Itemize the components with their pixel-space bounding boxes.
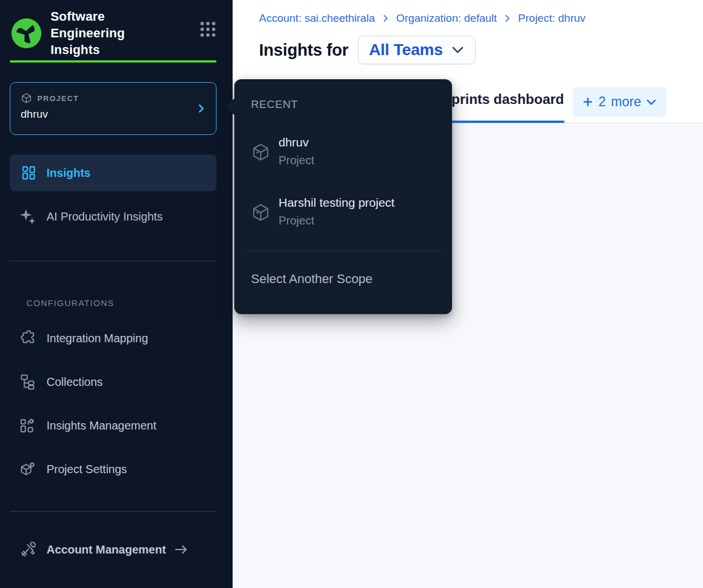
- insights-management-icon: [19, 417, 37, 434]
- tab-sprints-dashboard[interactable]: prints dashboard: [451, 91, 564, 107]
- scope-item-name: Harshil testing project: [279, 196, 395, 210]
- project-cube-icon: [251, 203, 271, 227]
- sidebar-item-label: Collections: [47, 376, 103, 389]
- breadcrumb-organization[interactable]: Organization: default: [396, 12, 497, 25]
- collections-tree-icon: [19, 373, 37, 390]
- sidebar-item-label: Project Settings: [47, 463, 127, 476]
- puzzle-icon: [19, 330, 37, 347]
- popup-section-header: RECENT: [251, 98, 452, 111]
- sidebar-item-label: AI Productivity Insights: [47, 210, 163, 223]
- sparkles-icon: [18, 207, 38, 226]
- project-scope-selector[interactable]: PROJECT dhruv: [10, 82, 217, 135]
- page-heading-row: Insights for All Teams: [259, 36, 476, 64]
- brand-accent-rule: [10, 60, 217, 63]
- more-tabs-dropdown[interactable]: 2 more: [573, 87, 666, 117]
- team-selector-value: All Teams: [369, 41, 443, 59]
- sidebar-item-label: Insights Management: [47, 419, 156, 432]
- recent-scope-popup: RECENT dhruv Project Harshil testing pro…: [234, 79, 452, 314]
- team-selector-dropdown[interactable]: All Teams: [358, 36, 476, 64]
- sidebar-divider: [10, 261, 217, 261]
- app-title: Software Engineering Insights: [51, 8, 141, 58]
- project-cube-icon: [251, 142, 271, 167]
- chevron-right-icon: [195, 103, 207, 114]
- plus-icon: [582, 96, 593, 107]
- sidebar-nav: Insights AI Productivity Insights: [10, 154, 217, 233]
- breadcrumb-account[interactable]: Account: sai.cheethirala: [259, 12, 375, 25]
- sidebar-item-insights[interactable]: Insights: [10, 154, 217, 191]
- sidebar-bottom-section: Account Management: [10, 511, 217, 563]
- scope-item-type: Project: [279, 214, 395, 227]
- recent-scope-item-harshil-testing-project[interactable]: Harshil testing project Project: [251, 196, 452, 227]
- popup-divider: [244, 250, 443, 251]
- chevron-down-icon: [646, 99, 656, 106]
- sidebar-item-project-settings[interactable]: Project Settings: [19, 456, 217, 482]
- project-settings-icon: [19, 461, 37, 478]
- account-management-link[interactable]: Account Management: [10, 536, 217, 563]
- sidebar-header: Software Engineering Insights: [11, 8, 217, 58]
- insights-dashboard-icon: [21, 165, 37, 181]
- tools-icon: [19, 540, 37, 559]
- more-tabs-count: 2: [598, 94, 606, 110]
- project-card-name: dhruv: [21, 108, 206, 121]
- sidebar-item-label: Integration Mapping: [47, 332, 148, 345]
- chevron-down-icon: [451, 46, 464, 54]
- page-title: Insights for: [259, 41, 349, 60]
- breadcrumb: Account: sai.cheethirala Organization: d…: [259, 12, 585, 25]
- chevron-right-icon: [504, 14, 511, 23]
- project-cube-icon: [21, 92, 32, 104]
- sidebar: Software Engineering Insights PROJECT dh…: [0, 0, 233, 588]
- account-management-label: Account Management: [47, 543, 166, 556]
- breadcrumb-project[interactable]: Project: dhruv: [518, 12, 585, 25]
- arrow-right-icon: [173, 543, 190, 556]
- recent-scope-item-dhruv[interactable]: dhruv Project: [251, 136, 452, 167]
- sidebar-item-insights-management[interactable]: Insights Management: [19, 412, 217, 439]
- sidebar-item-integration-mapping[interactable]: Integration Mapping: [19, 325, 217, 351]
- configurations-section-header: CONFIGURATIONS: [26, 298, 233, 308]
- sidebar-item-ai-productivity-insights[interactable]: AI Productivity Insights: [10, 200, 217, 233]
- sidebar-item-collections[interactable]: Collections: [19, 369, 217, 395]
- scope-item-type: Project: [279, 154, 314, 167]
- apps-grid-icon[interactable]: [199, 21, 217, 38]
- select-another-scope-button[interactable]: Select Another Scope: [251, 272, 452, 287]
- project-card-label: PROJECT: [37, 94, 79, 103]
- chevron-right-icon: [383, 14, 389, 23]
- sidebar-divider: [10, 511, 217, 512]
- scope-item-name: dhruv: [279, 136, 314, 149]
- more-tabs-label: more: [611, 94, 641, 110]
- sidebar-item-label: Insights: [47, 167, 91, 180]
- app-logo-icon: [11, 18, 41, 48]
